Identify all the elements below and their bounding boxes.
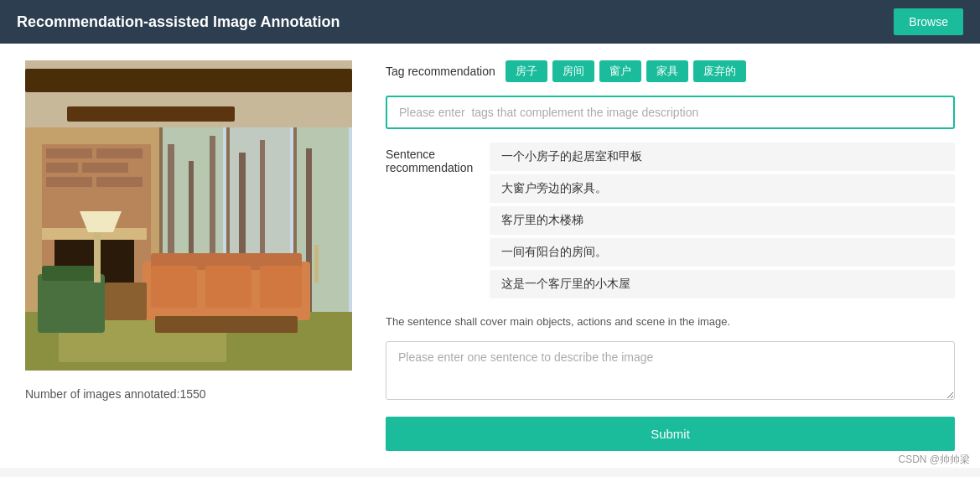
- sentence-section: Sentencerecommendation 一个小房子的起居室和甲板大窗户旁边…: [386, 143, 955, 298]
- tag-chip[interactable]: 家具: [646, 60, 688, 82]
- sentence-item[interactable]: 大窗户旁边的家具。: [490, 174, 955, 203]
- svg-rect-40: [314, 245, 319, 283]
- svg-rect-31: [151, 266, 197, 308]
- watermark: CSDN @帅帅梁: [898, 453, 970, 467]
- svg-rect-39: [155, 316, 298, 333]
- annotation-count: Number of images annotated:1550: [25, 387, 352, 401]
- svg-rect-35: [38, 274, 105, 333]
- app-title: Recommendation-assisted Image Annotation: [17, 13, 340, 31]
- svg-rect-33: [260, 266, 302, 308]
- svg-rect-8: [46, 163, 78, 173]
- svg-rect-10: [46, 177, 92, 187]
- sentence-item[interactable]: 这是一个客厅里的小木屋: [490, 270, 955, 298]
- instruction-text: The sentence shall cover main objects, a…: [386, 315, 955, 328]
- svg-rect-7: [96, 148, 143, 158]
- room-image: [25, 60, 352, 371]
- tag-chip[interactable]: 窗户: [599, 60, 641, 82]
- tag-section-label: Tag recommendation: [386, 65, 495, 78]
- tag-chips: 房子房间窗户家具废弃的: [506, 60, 746, 82]
- sentence-item[interactable]: 一个小房子的起居室和甲板: [490, 143, 955, 171]
- sentence-section-label: Sentencerecommendation: [386, 143, 473, 298]
- tag-chip[interactable]: 房子: [506, 60, 547, 82]
- app-header: Recommendation-assisted Image Annotation…: [0, 0, 980, 44]
- svg-rect-2: [25, 69, 352, 92]
- sentence-item[interactable]: 一间有阳台的房间。: [490, 238, 955, 267]
- svg-rect-36: [42, 266, 101, 281]
- browse-button[interactable]: Browse: [894, 8, 963, 35]
- svg-rect-37: [94, 228, 101, 283]
- sentence-item[interactable]: 客厅里的木楼梯: [490, 206, 955, 235]
- tag-section: Tag recommendation 房子房间窗户家具废弃的: [386, 60, 955, 82]
- tag-input[interactable]: [386, 96, 955, 129]
- tag-chip[interactable]: 房间: [552, 60, 594, 82]
- description-textarea[interactable]: [386, 341, 955, 400]
- svg-rect-32: [205, 266, 251, 308]
- svg-rect-3: [67, 106, 235, 122]
- left-panel: Number of images annotated:1550: [25, 60, 352, 451]
- svg-rect-11: [96, 177, 143, 187]
- main-content: Number of images annotated:1550 Tag reco…: [0, 44, 980, 468]
- svg-rect-34: [105, 283, 147, 320]
- tag-chip[interactable]: 废弃的: [693, 60, 746, 82]
- submit-button[interactable]: Submit: [386, 417, 955, 451]
- sentence-list: 一个小房子的起居室和甲板大窗户旁边的家具。客厅里的木楼梯一间有阳台的房间。这是一…: [490, 143, 955, 298]
- right-panel: Tag recommendation 房子房间窗户家具废弃的 Sentencer…: [386, 60, 955, 451]
- svg-rect-6: [46, 148, 92, 158]
- svg-rect-9: [82, 163, 128, 173]
